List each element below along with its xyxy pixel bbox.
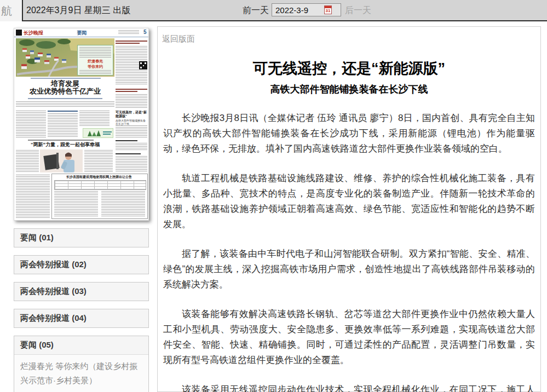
page-thumbnail[interactable]: 长沙晚报 要闻 5 [14,28,149,221]
photo-inset-box: 烂漫春光 等你来约 [77,45,113,76]
thumb-text-col1 [16,111,46,138]
article-paragraph: 据了解，该装备由中车时代电子和山河智能联合研制。双方紧扣“智能、安全、精准、绿色… [163,246,535,292]
article-paragraph: 长沙晚报3月8日讯（全媒体记者 伍玲 通讯员 廖宁）8日，国内首创、具有完全自主… [163,111,535,157]
article-body: 长沙晚报3月8日讯（全媒体记者 伍玲 通讯员 廖宁）8日，国内首创、具有完全自主… [163,111,535,392]
thumb-section-label: 要闻 [64,30,100,37]
topbar-divider [22,0,23,21]
sidebar-section-01[interactable]: 要闻 (01) [14,228,149,247]
sidebar-section-05[interactable]: 要闻 (05) [14,336,148,355]
thumb-right-article-title: 可无线遥控，还是“新能源版” [116,111,147,118]
land-notice-box: 长沙县国有建设用地使用权网上挂牌出让公告 [51,174,148,219]
thumb-page-number: 5 [143,29,147,35]
prev-day-button[interactable]: 前一天 [243,5,269,16]
thumb-subheadline-line [28,98,102,99]
thumb-mid-headline: “两新”力量，跟党一起创享幸福 [16,142,114,148]
nav-partial-text[interactable]: 航 [1,4,12,19]
thumb-right-article-subtitle: 高铁大部件智能铺换装备在长沙下线 [116,119,147,125]
worker-photo [40,149,83,172]
calendar-icon[interactable]: 31 [324,5,332,14]
publish-date-label: 2022年3月9日 星期三 出版 [26,5,130,16]
green-banner-graphic [83,128,113,138]
thumb-masthead-info [118,30,139,35]
article-panel: 返回版面 可无线遥控，还是“新能源版” 高铁大部件智能铺换装备在长沙下线 长沙晚… [157,26,541,392]
thumb-headline-1: 培育发展 [16,80,114,88]
sidebar-section-03[interactable]: 两会特别报道 (03) [14,282,149,301]
sidebar-section-02[interactable]: 两会特别报道 (02) [14,255,149,274]
notice-title: 长沙县国有建设用地使用权网上挂牌出让公告 [53,175,145,179]
article-subtitle: 高铁大部件智能铺换装备在长沙下线 [158,83,540,96]
sidebar-article-link-1[interactable]: 烂漫春光 等你来约（建设乡村振兴示范市·乡村美景） [14,355,148,392]
inset-title-line1: 烂漫春光 [78,59,113,64]
inset-title-line2: 等你来约 [78,64,113,69]
article-paragraph: 轨道工程机械是铁路基础设施线路建设、维修、养护的综合性机械化施工装备，具有小批量… [163,171,535,232]
topbar-left-notch: 航 [0,0,22,21]
thumb-masthead: 长沙晚报 [24,30,43,37]
sidebar-section-04[interactable]: 两会特别报道 (04) [14,309,149,328]
topbar-bottom-rule [22,20,547,21]
article-title: 可无线遥控，还是“新能源版” [158,59,540,78]
photo-caption-line [31,78,101,79]
top-bar: 航 2022年3月9日 星期三 出版 前一天 31 后一天 [0,0,547,20]
notice-table [54,180,146,190]
article-paragraph: 该装备能够有效解决高速铁路长钢轨、岔芯等道岔大部件更换作业中仍然依赖大量人工和小… [163,307,535,368]
thumb-headline-2: 农业优势特色千亿产业 [16,88,114,95]
back-to-page-link[interactable]: 返回版面 [162,34,195,44]
qr-code-icon [139,61,147,70]
next-day-button[interactable]: 后一天 [345,5,371,16]
thumb-text-col2 [48,113,78,138]
newspaper-logo-icon [16,30,22,36]
sidebar-section-05-group: 要闻 (05) 烂漫春光 等你来约（建设乡村振兴示范市·乡村美景） 培育发展农业… [14,336,149,392]
article-paragraph: 该装备采用无线遥控同步动作作业技术，实现全程机械化作业，在同工况下，施工人员较行… [163,382,535,392]
sidebar: 长沙晚报 要闻 5 [14,28,149,392]
thumb-text-col3 [79,111,110,126]
